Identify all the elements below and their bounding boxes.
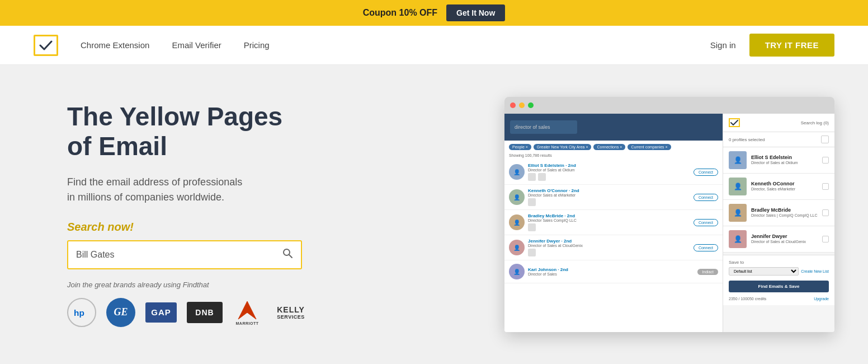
window-maximize-btn [528,102,534,108]
right-side: director of sales People × Greater New Y… [347,97,834,332]
brand-kelly: KELLY SERVICES [272,305,310,320]
linkedin-search-bar: director of sales [510,120,577,134]
sign-in-link[interactable]: Sign in [710,40,736,50]
brands-label: Join the great brands already using Find… [67,281,347,289]
li-connect-4[interactable]: Connect [694,244,718,251]
li-person-4: 👤 Jennifer Dwyer · 2nd Director of Sales… [504,235,723,260]
linkedin-search-text: director of sales [515,124,550,130]
ext-name-1: Elliot S Edelstein [751,155,818,160]
hero-headline: The Yellow Pages of Email [67,102,347,161]
li-title-2: Director Sales at eMarketer [528,193,690,197]
ext-avatar-3: 👤 [729,204,747,222]
li-person-5: 👤 Kari Johnson · 2nd Director of Sales I… [504,260,723,283]
ext-save-section: Save to Default list Create New List Fin… [723,255,834,305]
ext-title-4: Director of Sales at CloudGenix [751,239,818,244]
ext-checkbox-3[interactable] [822,209,829,216]
li-person-info-5: Kari Johnson · 2nd Director of Sales [528,267,694,276]
li-connect-3[interactable]: Connect [694,219,718,226]
ext-name-3: Bradley McBride [751,207,818,213]
ext-save-row: Default list Create New List [729,267,829,276]
nav-chrome-extension[interactable]: Chrome Extension [81,40,149,50]
try-free-button[interactable]: TRY IT FREE [749,34,834,57]
filter-companies: Current companies × [628,144,671,150]
ext-person-info-4: Jennifer Dwyer Director of Sales at Clou… [751,234,818,244]
ext-name-2: Kenneth OConnor [751,181,818,186]
browser-mockup: director of sales People × Greater New Y… [504,97,834,332]
filter-location: Greater New York City Area × [534,144,592,150]
li-avatar-1: 👤 [509,164,525,180]
ext-person-4: 👤 Jennifer Dwyer Director of Sales at Cl… [723,226,834,253]
navbar: Chrome Extension Email Verifier Pricing … [0,26,868,65]
search-box [67,240,302,269]
brand-logos: hp GE GAP DNB MARRIOTT KELLY SERVICES [67,298,347,327]
brand-ge: GE [106,298,135,327]
li-person-2: 👤 Kenneth O'Connor · 2nd Director Sales … [504,185,723,210]
ext-checkbox-1[interactable] [822,157,829,164]
window-close-btn [510,102,516,108]
search-label: Search now! [67,221,347,234]
ext-profiles-selected: 0 profiles selected [723,132,834,147]
li-title-5: Director of Sales [528,272,694,276]
brand-gap: GAP [145,302,177,323]
li-name-5: Kari Johnson · 2nd [528,267,694,272]
filter-people: People × [509,144,531,150]
select-all-checkbox[interactable] [821,136,829,143]
browser-content: director of sales People × Greater New Y… [504,114,834,332]
left-side: The Yellow Pages of Email Find the email… [67,102,347,327]
li-connect-2[interactable]: Connect [694,194,718,201]
ext-person-3: 👤 Bradley McBride Director Sales | CompI… [723,200,834,226]
ext-new-list[interactable]: Create New List [801,269,829,273]
ext-search-log: Search log (0) [801,120,829,125]
ext-list-select[interactable]: Default list [729,267,799,276]
window-minimize-btn [519,102,525,108]
nav-email-verifier[interactable]: Email Verifier [172,40,221,50]
li-title-3: Director Sales CompIQ LLC [528,218,690,222]
ext-title-1: Director of Sales at Oktium [751,160,818,165]
nav-links: Chrome Extension Email Verifier Pricing [81,40,710,50]
main-content: The Yellow Pages of Email Find the email… [0,65,868,364]
li-connect-1[interactable]: Connect [694,169,718,176]
li-person-1: 👤 Elliot S Edelstein · 2nd Director of S… [504,160,723,185]
logo[interactable] [34,35,58,56]
li-avatar-2: 👤 [509,189,525,205]
ext-credits-text: 2350 / 100050 credits [729,297,766,301]
svg-text:hp: hp [74,307,84,317]
filter-connections: Connections × [593,144,625,150]
nav-right: Sign in TRY IT FREE [710,34,834,57]
li-person-info-4: Jennifer Dwyer · 2nd Director of Sales a… [528,239,690,256]
ext-credits: 2350 / 100050 credits Upgrade [729,297,829,301]
li-name-1: Elliot S Edelstein · 2nd [528,163,690,168]
nav-pricing[interactable]: Pricing [244,40,270,50]
search-button[interactable] [282,248,293,262]
brand-dnb: DNB [187,302,223,323]
hero-subheadline: Find the email address of professionalsi… [67,175,347,205]
ext-avatar-4: 👤 [729,230,747,248]
ext-upgrade-link[interactable]: Upgrade [814,297,829,301]
ext-checkbox-4[interactable] [822,236,829,242]
li-name-3: Bradley McBride · 2nd [528,213,690,218]
ext-title-3: Director Sales | CompIQ CompIQ LLC [751,213,818,218]
search-input[interactable] [76,250,282,260]
ext-person-info-3: Bradley McBride Director Sales | CompIQ … [751,207,818,218]
logo-icon [34,35,58,56]
ext-header: Search log (0) [723,114,834,132]
ext-find-button[interactable]: Find Emails & Save [729,281,829,292]
ext-title-2: Director, Sales eMarketer [751,186,818,192]
svg-line-1 [289,255,292,258]
li-person-info-2: Kenneth O'Connor · 2nd Director Sales at… [528,188,690,206]
browser-bar [504,97,834,114]
li-avatar-4: 👤 [509,240,525,255]
ext-checkbox-2[interactable] [822,183,829,190]
linkedin-filters: People × Greater New York City Area × Co… [504,141,723,153]
li-label-5[interactable]: Indiact [697,269,718,275]
ext-save-label: Save to [729,260,829,265]
li-person-info-1: Elliot S Edelstein · 2nd Director of Sal… [528,163,690,181]
li-avatar-3: 👤 [509,214,525,230]
li-name-2: Kenneth O'Connor · 2nd [528,188,690,193]
coupon-text: Coupon 10% OFF [363,8,437,18]
li-person-3: 👤 Bradley McBride · 2nd Director Sales C… [504,210,723,235]
linkedin-header: director of sales [504,114,723,141]
get-it-now-button[interactable]: Get It Now [446,4,505,21]
ext-name-4: Jennifer Dwyer [751,234,818,239]
ext-avatar-1: 👤 [729,151,747,169]
